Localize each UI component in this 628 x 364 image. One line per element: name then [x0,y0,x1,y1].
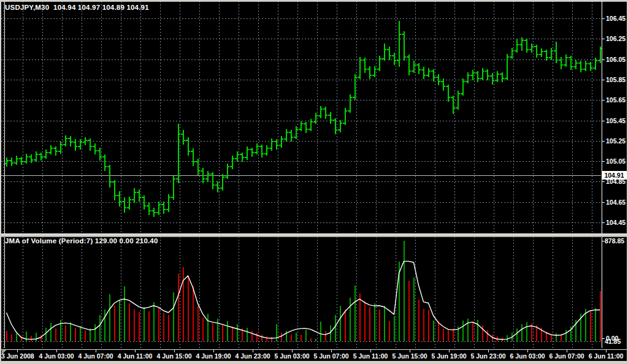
ohlc-bar [147,203,151,215]
ohlc-bar [475,71,480,82]
ohlc-bar [269,138,274,151]
ohlc-bar [284,129,288,142]
ohlc-bar [191,148,195,166]
ohlc-bar [343,108,347,125]
ohlc-bar [421,67,426,79]
time-axis-label: 4 Jun 07:00 [78,352,113,360]
price-axis-label: 105.45 [606,117,626,124]
current-price-tag: 104.91 [602,171,627,180]
ohlc-bar [151,208,156,217]
ohlc-bar [274,139,278,150]
ohlc-bar [416,63,421,74]
ohlc-bars [4,21,602,217]
price-axis-label: 106.25 [606,35,626,42]
ohlc-bar [166,194,170,212]
time-axis: 3 Jun 20084 Jun 03:004 Jun 07:004 Jun 11… [1,350,623,360]
ohlc-bar [161,202,166,214]
ohlc-bar [176,124,180,183]
ohlc-bar [534,45,538,58]
ohlc-bar [289,130,293,142]
ohlc-bar [485,69,489,80]
ohlc-bar [196,159,200,175]
ohlc-bar [480,68,484,80]
ohlc-bar [377,56,381,71]
ohlc-bar [279,136,283,148]
ohlc-bar [387,47,391,60]
price-axis-label: 104.45 [606,219,626,226]
ohlc-bar [367,66,372,79]
indicator-axis-max-label: 878.85 [605,237,624,245]
ohlc-bar [407,55,411,75]
ohlc-bar [230,156,234,169]
ohlc-bar [250,148,254,157]
ohlc-bar [205,171,210,182]
time-axis-label: 5 Jun 03:00 [274,352,309,360]
ohlc-bar [578,61,583,72]
price-axis-label: 105.85 [606,76,626,83]
ohlc-bar [98,148,102,161]
ohlc-bar [431,69,435,82]
ohlc-bar [598,47,602,63]
price-axis-label: 104.65 [606,199,626,206]
ohlc-bar [441,78,445,91]
time-axis-label: 5 Jun 19:00 [431,352,466,360]
ohlc-bar [137,189,141,202]
ohlc-bar [412,61,416,73]
ohlc-bar [348,94,352,113]
ohlc-bar [294,126,298,139]
time-axis-label: 5 Jun 07:00 [313,352,348,360]
ohlc-bar [102,154,107,171]
ohlc-bar [186,137,190,156]
ohlc-bar [470,70,475,80]
ohlc-bar [220,174,224,191]
time-axis-label: 4 Jun 15:00 [156,352,191,360]
price-axis: 106.45106.25106.05105.85105.65105.45105.… [602,15,626,226]
ohlc-bar [451,96,455,114]
ohlc-bar [245,146,249,160]
ohlc-bar [264,145,269,156]
indicator-axis-min-label: 41.85 [605,338,621,345]
ohlc-bar [382,44,386,61]
ohlc-bar [544,50,548,61]
ohlc-bar [333,118,337,134]
ohlc-bar [362,58,367,73]
ohlc-bar [338,120,342,132]
ohlc-bar [456,91,460,110]
ohlc-bar [500,72,504,82]
ohlc-bar [39,153,43,161]
ohlc-bar [573,60,578,69]
ohlc-bar [353,74,357,100]
chart-area[interactable]: 106.45106.25106.05105.85105.65105.45105.… [1,1,627,361]
ohlc-bar [505,54,509,80]
ohlc-bar [569,56,573,70]
ohlc-bar [593,58,597,70]
time-axis-label: 4 Jun 23:00 [235,352,270,360]
ohlc-bar [328,112,332,124]
price-axis-label: 105.65 [606,96,626,104]
ohlc-bar [127,197,131,210]
ohlc-bar [53,146,58,156]
ohlc-bar [225,164,229,179]
ohlc-bar [44,150,48,159]
ohlc-bar [93,143,97,154]
time-axis-label: 6 Jun 03:00 [510,352,545,360]
ohlc-bar [510,48,514,59]
ohlc-bar [304,122,308,133]
ohlc-bar [446,85,450,102]
grid-lines [1,1,601,348]
ohlc-bar [426,68,431,77]
ohlc-bar [436,74,440,85]
price-axis-label: 105.05 [606,157,626,165]
ohlc-bar [19,157,23,165]
time-axis-label: 4 Jun 03:00 [39,352,74,360]
ohlc-bar [564,55,568,67]
volume-bars [7,241,600,341]
time-axis-label: 6 Jun 11:00 [589,352,624,360]
ohlc-bar [299,121,303,131]
ohlc-bar [201,168,205,183]
symbol-title: USDJPY,M30 104.94 104.97 104.89 104.91 [5,4,149,11]
ohlc-bar [34,151,38,162]
ohlc-bar [461,78,465,96]
ohlc-bar [181,130,185,145]
ohlc-bar [73,139,77,151]
